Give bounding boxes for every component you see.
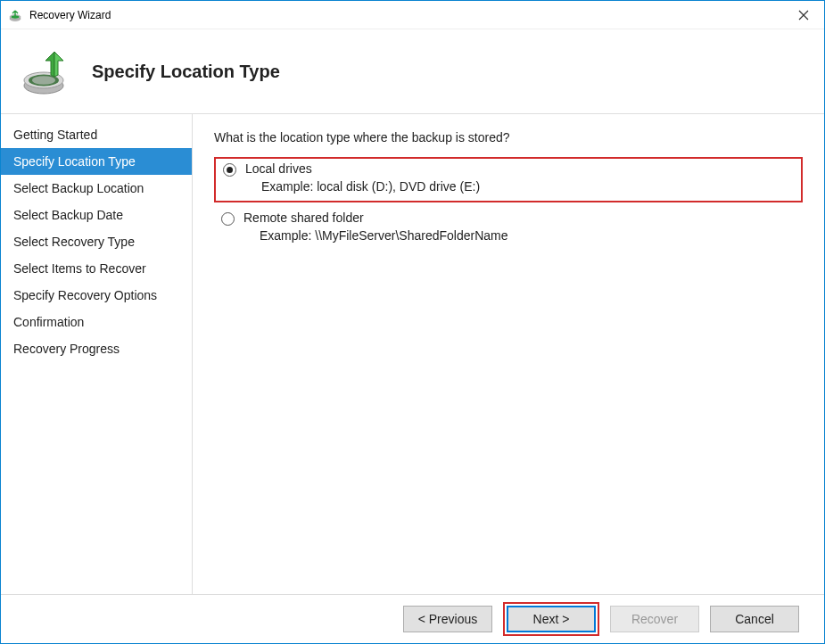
sidebar-item-confirmation[interactable]: Confirmation bbox=[1, 309, 192, 335]
sidebar-item-select-backup-location[interactable]: Select Backup Location bbox=[1, 175, 192, 202]
wizard-icon bbox=[19, 45, 72, 98]
recover-button: Recover bbox=[610, 606, 699, 632]
option-remote-shared-folder[interactable]: Remote shared folder Example: \\MyFileSe… bbox=[214, 208, 803, 250]
recovery-wizard-window: Recovery Wizard Specify Location Type Ge… bbox=[0, 0, 825, 644]
sidebar-item-specify-recovery-options[interactable]: Specify Recovery Options bbox=[1, 282, 192, 309]
option-label-local-drives: Local drives bbox=[245, 161, 797, 176]
option-example-remote-shared-folder: Example: \\MyFileServer\SharedFolderName bbox=[243, 225, 799, 244]
next-button-highlight: Next > bbox=[503, 602, 599, 636]
radio-remote-shared-folder[interactable] bbox=[221, 212, 235, 226]
option-local-drives[interactable]: Local drives Example: local disk (D:), D… bbox=[214, 157, 803, 202]
sidebar-item-select-backup-date[interactable]: Select Backup Date bbox=[1, 202, 192, 228]
sidebar-item-select-recovery-type[interactable]: Select Recovery Type bbox=[1, 228, 192, 255]
wizard-header: Specify Location Type bbox=[1, 29, 824, 113]
sidebar-item-select-items-to-recover[interactable]: Select Items to Recover bbox=[1, 255, 192, 282]
previous-button[interactable]: < Previous bbox=[403, 606, 492, 632]
option-example-local-drives: Example: local disk (D:), DVD drive (E:) bbox=[245, 176, 797, 195]
sidebar-item-recovery-progress[interactable]: Recovery Progress bbox=[1, 335, 192, 362]
page-title: Specify Location Type bbox=[92, 62, 280, 82]
app-icon bbox=[8, 8, 22, 22]
wizard-main: What is the location type where the back… bbox=[193, 114, 824, 594]
radio-local-drives[interactable] bbox=[223, 163, 236, 177]
wizard-body: Getting Started Specify Location Type Se… bbox=[1, 113, 824, 595]
window-title: Recovery Wizard bbox=[29, 9, 783, 21]
prompt-text: What is the location type where the back… bbox=[214, 130, 803, 144]
close-button[interactable] bbox=[783, 2, 824, 29]
sidebar-item-specify-location-type[interactable]: Specify Location Type bbox=[1, 148, 192, 175]
titlebar: Recovery Wizard bbox=[1, 1, 824, 29]
sidebar-item-getting-started[interactable]: Getting Started bbox=[1, 121, 192, 148]
wizard-sidebar: Getting Started Specify Location Type Se… bbox=[1, 114, 193, 594]
svg-point-6 bbox=[32, 76, 55, 85]
option-label-remote-shared-folder: Remote shared folder bbox=[243, 210, 799, 225]
cancel-button[interactable]: Cancel bbox=[710, 606, 799, 632]
wizard-footer: < Previous Next > Recover Cancel bbox=[1, 595, 824, 643]
next-button[interactable]: Next > bbox=[507, 606, 596, 632]
